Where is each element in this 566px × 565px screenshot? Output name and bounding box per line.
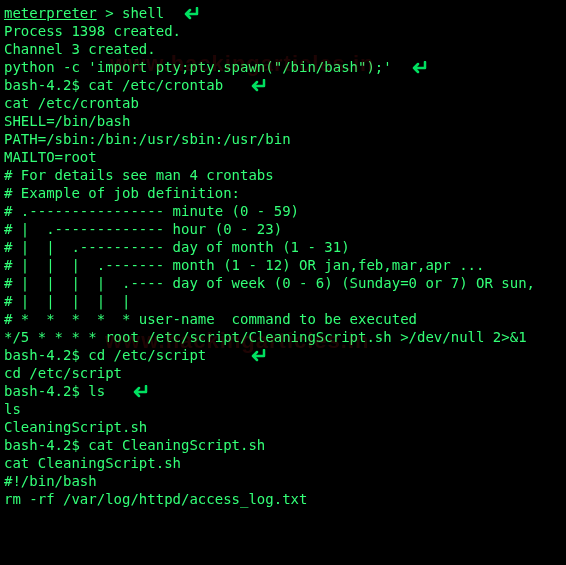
terminal-line: bash-4.2$ cat /etc/crontab [4, 76, 562, 94]
terminal-text: cat CleaningScript.sh [4, 455, 181, 471]
enter-arrow-icon [130, 382, 148, 400]
terminal-line: # | | | .------- month (1 - 12) OR jan,f… [4, 256, 562, 274]
terminal-text: rm -rf /var/log/httpd/access_log.txt [4, 491, 307, 507]
terminal-text: # | | | .------- month (1 - 12) OR jan,f… [4, 257, 484, 273]
terminal-line: cat CleaningScript.sh [4, 454, 562, 472]
terminal-text: bash-4.2$ ls [4, 383, 105, 399]
terminal-text: # | .------------- hour (0 - 23) [4, 221, 282, 237]
terminal-line: bash-4.2$ cat CleaningScript.sh [4, 436, 562, 454]
terminal-line: # For details see man 4 crontabs [4, 166, 562, 184]
terminal-text: SHELL=/bin/bash [4, 113, 130, 129]
terminal-text: bash-4.2$ cat /etc/crontab [4, 77, 223, 93]
terminal-line: # | | .---------- day of month (1 - 31) [4, 238, 562, 256]
terminal-line: # * * * * * user-name command to be exec… [4, 310, 562, 328]
terminal-line: cd /etc/script [4, 364, 562, 382]
enter-arrow-icon [248, 346, 266, 364]
terminal-line: SHELL=/bin/bash [4, 112, 562, 130]
terminal-line: rm -rf /var/log/httpd/access_log.txt [4, 490, 562, 508]
terminal-line: Process 1398 created. [4, 22, 562, 40]
terminal-line: python -c 'import pty;pty.spawn("/bin/ba… [4, 58, 562, 76]
terminal-text: cat /etc/crontab [4, 95, 139, 111]
terminal-text: # | | | | .---- day of week (0 - 6) (Sun… [4, 275, 535, 291]
terminal-line: Channel 3 created. [4, 40, 562, 58]
terminal-text: > shell [97, 5, 164, 21]
terminal-text: meterpreter [4, 5, 97, 21]
terminal-line: CleaningScript.sh [4, 418, 562, 436]
terminal-line: meterpreter > shell [4, 4, 562, 22]
terminal-text: # For details see man 4 crontabs [4, 167, 274, 183]
terminal-line: PATH=/sbin:/bin:/usr/sbin:/usr/bin [4, 130, 562, 148]
terminal-line: MAILTO=root [4, 148, 562, 166]
terminal-line: cat /etc/crontab [4, 94, 562, 112]
terminal-line: #!/bin/bash [4, 472, 562, 490]
terminal-line: */5 * * * * root /etc/script/CleaningScr… [4, 328, 562, 346]
terminal-text: bash-4.2$ cat CleaningScript.sh [4, 437, 265, 453]
terminal-text: ls [4, 401, 21, 417]
terminal-text: # | | .---------- day of month (1 - 31) [4, 239, 350, 255]
enter-arrow-icon [248, 76, 266, 94]
enter-arrow-icon [181, 4, 199, 22]
terminal-text: cd /etc/script [4, 365, 122, 381]
terminal-text: # * * * * * user-name command to be exec… [4, 311, 417, 327]
terminal-text: Channel 3 created. [4, 41, 156, 57]
terminal-line: # | | | | .---- day of week (0 - 6) (Sun… [4, 274, 562, 292]
terminal-text: #!/bin/bash [4, 473, 97, 489]
terminal-line: bash-4.2$ ls [4, 382, 562, 400]
terminal-text: # .---------------- minute (0 - 59) [4, 203, 299, 219]
terminal-line: # .---------------- minute (0 - 59) [4, 202, 562, 220]
terminal-text: MAILTO=root [4, 149, 97, 165]
terminal-text: */5 * * * * root /etc/script/CleaningScr… [4, 329, 527, 345]
terminal-line: # Example of job definition: [4, 184, 562, 202]
terminal-text: bash-4.2$ cd /etc/script [4, 347, 206, 363]
terminal-line: # | | | | | [4, 292, 562, 310]
terminal-text: python -c 'import pty;pty.spawn("/bin/ba… [4, 59, 392, 75]
enter-arrow-icon [409, 58, 427, 76]
terminal-text: PATH=/sbin:/bin:/usr/sbin:/usr/bin [4, 131, 291, 147]
terminal-text: CleaningScript.sh [4, 419, 147, 435]
terminal-line: bash-4.2$ cd /etc/script [4, 346, 562, 364]
terminal-text: Process 1398 created. [4, 23, 181, 39]
terminal-text: # | | | | | [4, 293, 130, 309]
terminal-line: # | .------------- hour (0 - 23) [4, 220, 562, 238]
terminal-text: # Example of job definition: [4, 185, 240, 201]
terminal-line: ls [4, 400, 562, 418]
terminal-output: meterpreter > shell Process 1398 created… [4, 4, 562, 508]
